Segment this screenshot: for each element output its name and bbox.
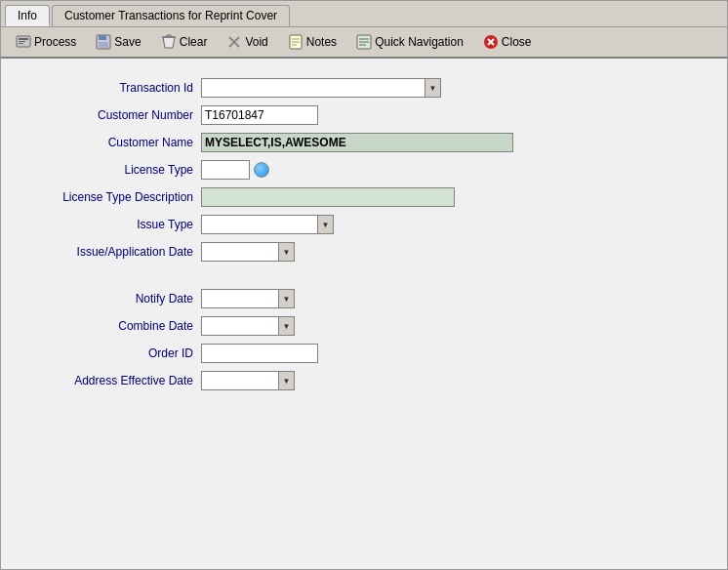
order-id-input[interactable] xyxy=(201,344,318,363)
svg-rect-1 xyxy=(19,38,28,40)
issue-app-date-input[interactable] xyxy=(201,242,279,262)
issue-type-label: Issue Type xyxy=(30,218,201,231)
issue-type-input[interactable] xyxy=(201,215,318,234)
save-button[interactable]: Save xyxy=(87,30,149,54)
tab-bar: Info Customer Transactions for Reprint C… xyxy=(1,1,727,27)
address-effective-date-field-group: ▼ xyxy=(201,371,295,390)
process-icon xyxy=(16,34,31,50)
address-effective-date-row: Address Effective Date ▼ xyxy=(30,371,698,390)
close-icon xyxy=(483,34,499,50)
tab-transactions[interactable]: Customer Transactions for Reprint Cover xyxy=(52,5,290,26)
order-id-label: Order ID xyxy=(30,346,201,360)
transaction-id-dropdown[interactable]: ▼ xyxy=(425,78,441,98)
combine-date-input[interactable] xyxy=(201,316,279,336)
notify-date-input[interactable] xyxy=(201,289,279,308)
close-button[interactable]: Close xyxy=(474,30,541,54)
notes-button[interactable]: Notes xyxy=(279,30,345,54)
combine-date-field-group: ▼ xyxy=(201,316,295,336)
transaction-id-field-group: ▼ xyxy=(201,78,441,98)
svg-rect-6 xyxy=(99,42,108,48)
issue-type-row: Issue Type ▼ xyxy=(30,215,698,234)
customer-name-label: Customer Name xyxy=(30,136,201,149)
license-type-row: License Type xyxy=(30,160,698,180)
address-effective-date-dropdown[interactable]: ▼ xyxy=(279,371,295,390)
address-effective-date-input[interactable] xyxy=(201,371,279,390)
combine-date-row: Combine Date ▼ xyxy=(30,316,698,336)
issue-type-dropdown[interactable]: ▼ xyxy=(318,215,334,234)
svg-rect-5 xyxy=(99,35,106,40)
globe-icon xyxy=(254,162,269,178)
notify-date-row: Notify Date ▼ xyxy=(30,289,698,308)
chevron-down-icon: ▼ xyxy=(283,295,291,304)
quick-nav-button[interactable]: Quick Navigation xyxy=(347,30,472,54)
customer-number-input[interactable] xyxy=(201,105,318,125)
void-button[interactable]: Void xyxy=(218,30,276,54)
svg-rect-3 xyxy=(19,43,23,44)
license-type-desc-label: License Type Description xyxy=(30,190,201,204)
license-type-label: License Type xyxy=(30,163,201,177)
customer-name-input[interactable] xyxy=(201,133,513,152)
license-globe-button[interactable] xyxy=(252,160,271,180)
notify-date-field-group: ▼ xyxy=(201,289,295,308)
transaction-id-row: Transaction Id ▼ xyxy=(30,78,698,98)
combine-date-label: Combine Date xyxy=(30,319,201,333)
issue-app-date-row: Issue/Application Date ▼ xyxy=(30,242,698,262)
license-type-desc-row: License Type Description xyxy=(30,187,698,207)
notify-date-label: Notify Date xyxy=(30,292,201,305)
save-icon xyxy=(96,34,111,50)
order-id-row: Order ID xyxy=(30,344,698,363)
void-icon xyxy=(226,34,242,50)
chevron-down-icon: ▼ xyxy=(283,248,291,257)
address-effective-date-label: Address Effective Date xyxy=(30,374,201,387)
chevron-down-icon: ▼ xyxy=(283,322,291,331)
notify-date-dropdown[interactable]: ▼ xyxy=(279,289,295,308)
chevron-down-icon: ▼ xyxy=(283,377,291,386)
chevron-down-icon: ▼ xyxy=(429,84,437,93)
svg-rect-2 xyxy=(19,41,25,42)
combine-date-dropdown[interactable]: ▼ xyxy=(279,316,295,336)
customer-number-label: Customer Number xyxy=(30,108,201,122)
license-type-input[interactable] xyxy=(201,160,250,180)
issue-app-date-dropdown[interactable]: ▼ xyxy=(279,242,295,262)
transaction-id-label: Transaction Id xyxy=(30,81,201,95)
clear-button[interactable]: Clear xyxy=(152,30,217,54)
issue-app-date-label: Issue/Application Date xyxy=(30,245,201,259)
issue-type-field-group: ▼ xyxy=(201,215,334,234)
process-button[interactable]: Process xyxy=(7,30,85,54)
customer-number-row: Customer Number xyxy=(30,105,698,125)
clear-icon xyxy=(161,34,177,50)
customer-name-row: Customer Name xyxy=(30,133,698,152)
tab-info[interactable]: Info xyxy=(5,5,50,26)
quick-nav-icon xyxy=(356,34,372,50)
license-type-desc-input[interactable] xyxy=(201,187,455,207)
toolbar: Process Save C xyxy=(1,27,727,59)
notes-icon xyxy=(288,34,303,50)
chevron-down-icon: ▼ xyxy=(322,221,330,229)
transaction-id-input[interactable] xyxy=(201,78,425,98)
form-content: Transaction Id ▼ Customer Number Custome… xyxy=(1,59,727,569)
main-window: Info Customer Transactions for Reprint C… xyxy=(0,0,728,570)
issue-app-date-field-group: ▼ xyxy=(201,242,295,262)
